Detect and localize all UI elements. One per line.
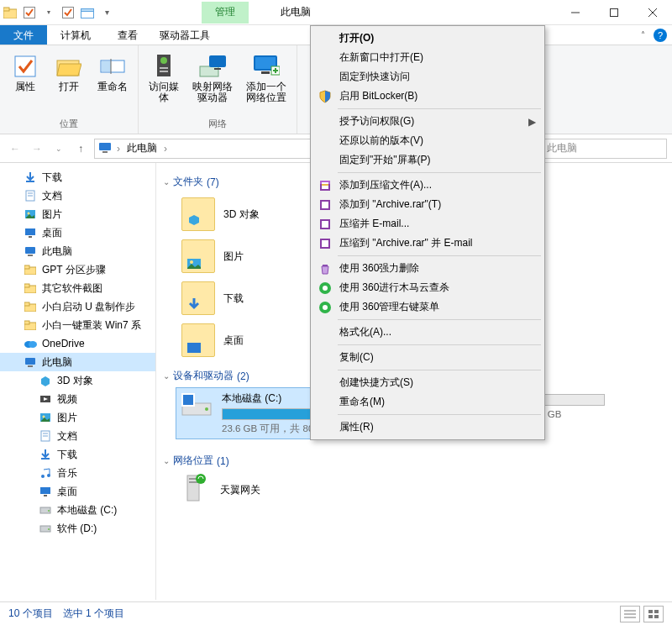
rename-button[interactable]: 重命名 [92,51,133,94]
maximize-button[interactable] [595,0,633,25]
sidebar-item[interactable]: 3D 对象 [0,371,155,390]
new-window-icon[interactable] [80,5,95,20]
ctx-pin-quickaccess[interactable]: 固定到快速访问 [312,67,543,87]
sidebar-item[interactable]: 视频 [0,390,155,408]
ctx-rar-add-archive[interactable]: 添加到 "Archive.rar"(T) [312,195,543,214]
help-icon[interactable]: ? [654,29,667,42]
sidebar-item[interactable]: 本地磁盘 (C:) [0,501,155,519]
chevron-down-icon: ⌄ [163,371,170,381]
breadcrumb-thispc[interactable]: 此电脑 [125,141,159,155]
ctx-separator [338,414,541,415]
svg-rect-34 [26,181,34,182]
ctx-grant-access[interactable]: 授予访问权限(G)▶ [312,112,543,131]
folder-icon [24,300,37,313]
overflow-icon[interactable]: ▾ [99,5,114,20]
sidebar-item[interactable]: OneDrive [0,334,155,353]
sidebar-item[interactable]: 此电脑 [0,242,155,260]
svg-rect-83 [183,401,187,405]
sidebar-item[interactable]: 桌面 [0,482,155,501]
ctx-create-shortcut[interactable]: 创建快捷方式(S) [312,373,543,392]
sidebar-item[interactable]: 软件 (D:) [0,519,155,538]
sidebar-item[interactable]: 小白启动 U 盘制作步 [0,297,155,316]
svg-rect-81 [183,395,187,399]
checkbox-icon[interactable] [22,5,37,20]
label: 重命名 [97,81,128,92]
svg-point-110 [323,286,328,291]
contextual-tab-manage[interactable]: 管理 [202,2,249,24]
video-icon [39,392,52,406]
sidebar-item[interactable]: 桌面 [0,223,155,242]
tab-computer[interactable]: 计算机 [47,25,104,45]
properties-button[interactable]: 属性 [5,51,45,94]
recent-dropdown[interactable]: ⌄ [49,139,69,159]
ctx-rar-archive-email[interactable]: 压缩到 "Archive.rar" 并 E-mail [312,234,543,253]
ctx-format[interactable]: 格式化(A)... [312,323,543,342]
map-drive-button[interactable]: 映射网络 驱动器 [187,51,238,105]
checkbox-icon[interactable] [60,5,76,20]
chevron-right-icon[interactable]: › [164,143,167,155]
sidebar-item[interactable]: 图片 [0,408,155,427]
close-button[interactable] [633,0,672,25]
tab-view[interactable]: 查看 [104,25,151,45]
qat-dropdown-icon[interactable]: ▾ [41,5,56,20]
ctx-separator [338,255,541,256]
sidebar-item[interactable]: 其它软件截图 [0,279,155,297]
ctx-rar-email[interactable]: 压缩并 E-mail... [312,214,543,234]
forward-button[interactable]: → [27,139,47,159]
drive-icon [39,522,52,535]
sidebar-item[interactable]: 文档 [0,427,155,445]
netloc-item[interactable]: 天翼网关 [176,473,665,507]
desktop-icon [24,226,37,239]
server-icon [176,473,210,507]
chevron-right-icon[interactable]: › [117,143,120,155]
ctx-properties[interactable]: 属性(R) [312,418,543,437]
ctx-rename[interactable]: 重命名(M) [312,392,543,412]
back-button[interactable]: ← [5,139,25,159]
nav-sidebar[interactable]: 下载文档图片桌面此电脑GPT 分区步骤其它软件截图小白启动 U 盘制作步小白一键… [0,163,156,600]
ctx-360-delete[interactable]: 使用 360强力删除 [312,259,543,278]
sidebar-item-label: 此电脑 [42,355,72,370]
section-netloc-header[interactable]: ⌄ 网络位置 (1) [163,454,665,468]
ctx-360-scan[interactable]: 使用 360进行木马云查杀 [312,278,543,297]
ctx-restore-previous[interactable]: 还原以前的版本(V) [312,131,543,150]
svg-rect-21 [209,55,226,67]
folder-label: 桌面 [223,334,244,348]
minimize-button[interactable] [556,0,595,25]
sidebar-item[interactable]: 图片 [0,205,155,223]
svg-point-112 [323,305,328,310]
ctx-360-menu[interactable]: 使用 360管理右键菜单 [312,297,543,317]
tab-drive-tools[interactable]: 驱动器工具 [151,25,218,45]
ctx-pin-start[interactable]: 固定到"开始"屏幕(P) [312,150,543,170]
details-view-button[interactable] [620,606,640,622]
label: 属性 [15,81,35,92]
sidebar-item[interactable]: 小白一键重装 Win7 系 [0,316,155,334]
sidebar-item[interactable]: 下载 [0,445,155,464]
media-server-button[interactable]: 访问媒体 [144,51,184,105]
ctx-rar-add[interactable]: 添加到压缩文件(A)... [312,176,543,195]
trash-icon [318,261,333,276]
open-button[interactable]: 打开 [49,51,89,94]
up-button[interactable]: ↑ [71,139,91,159]
svg-rect-33 [102,151,108,153]
sidebar-item[interactable]: 音乐 [0,464,155,482]
sidebar-item[interactable]: 下载 [0,168,155,186]
ctx-bitlocker[interactable]: 启用 BitLocker(B) [312,87,543,106]
svg-rect-10 [15,56,35,76]
ribbon-chevron-icon[interactable]: ˄ [641,30,645,39]
sidebar-item[interactable]: GPT 分区步骤 [0,260,155,279]
ctx-open-new-window[interactable]: 在新窗口中打开(E) [312,48,543,67]
tab-file[interactable]: 文件 [0,25,47,45]
svg-rect-101 [322,184,328,186]
add-netloc-button[interactable]: 添加一个 网络位置 [241,51,291,105]
picture-icon [39,411,52,424]
search-input[interactable]: 此电脑 [541,139,667,159]
ctx-copy[interactable]: 复制(C) [312,348,543,367]
ctx-open[interactable]: 打开(O) [312,29,543,48]
icons-view-button[interactable] [643,606,664,622]
svg-rect-40 [25,228,35,235]
sidebar-item[interactable]: 文档 [0,186,155,205]
sidebar-item[interactable]: 此电脑 [0,353,155,371]
svg-rect-42 [25,247,35,254]
thispc-icon [24,355,37,369]
rar-icon [318,217,333,232]
